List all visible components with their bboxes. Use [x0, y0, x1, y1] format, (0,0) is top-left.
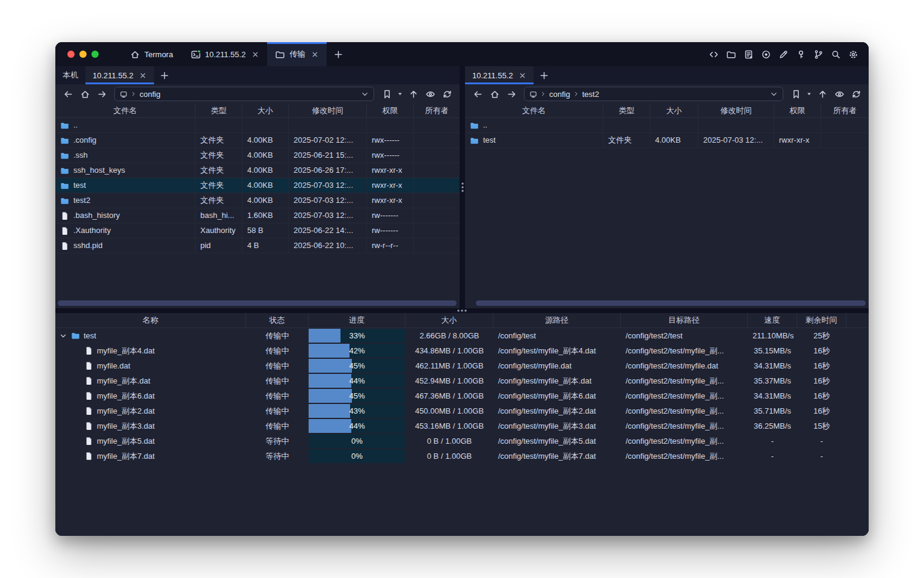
- show-hidden-button[interactable]: [422, 87, 438, 101]
- column-header-owner[interactable]: 所有者: [821, 104, 869, 117]
- bookmark-button[interactable]: [379, 87, 395, 101]
- column-header-perm[interactable]: 权限: [774, 104, 821, 117]
- tab-local-machine[interactable]: 本机: [55, 66, 85, 84]
- transfer-row-myfile_副本7.dat[interactable]: myfile_副本7.dat等待中0%0 B / 1.00GB/config/t…: [55, 449, 869, 464]
- tab-remote-host[interactable]: 10.211.55.2: [85, 66, 154, 84]
- column-header-perm[interactable]: 权限: [367, 104, 414, 117]
- column-header-mtime[interactable]: 修改时间: [289, 104, 367, 117]
- right-path-breadcrumb[interactable]: config test2: [524, 87, 783, 101]
- column-header-eta[interactable]: 剩余时间: [797, 313, 846, 328]
- home-button[interactable]: [77, 87, 93, 101]
- transfer-row-myfile_副本2.dat[interactable]: myfile_副本2.dat传输中43%450.00MB / 1.00GB/co…: [55, 403, 869, 418]
- tab-host-session[interactable]: 10.211.55.2: [183, 42, 268, 66]
- left-path-breadcrumb[interactable]: config: [114, 87, 374, 101]
- column-header-size[interactable]: 大小: [650, 104, 698, 117]
- transfer-row-test[interactable]: test传输中33%2.66GB / 8.00GB/config/test/co…: [55, 328, 869, 343]
- column-header-source-path[interactable]: 源路径: [493, 313, 621, 328]
- transfer-row-myfile_副本4.dat[interactable]: myfile_副本4.dat传输中42%434.86MB / 1.00GB/co…: [55, 343, 869, 358]
- tab-transfer[interactable]: 传输: [267, 42, 327, 66]
- refresh-button[interactable]: [848, 87, 864, 101]
- column-header-mtime[interactable]: 修改时间: [698, 104, 774, 117]
- chevron-down-icon[interactable]: [770, 90, 778, 98]
- breadcrumb-segment[interactable]: config: [549, 90, 570, 99]
- file-row-.Xauthority[interactable]: .XauthorityXauthority58 B2025-06-22 14:.…: [55, 223, 460, 238]
- chevron-down-icon[interactable]: [361, 90, 369, 98]
- close-icon[interactable]: [519, 72, 526, 79]
- bookmark-dropdown-button[interactable]: [805, 87, 813, 101]
- file-row-.bash_history[interactable]: .bash_historybash_hi...1.60KB2025-07-03 …: [55, 208, 460, 223]
- column-header-owner[interactable]: 所有者: [414, 104, 460, 117]
- log-button[interactable]: [742, 47, 754, 61]
- transfer-row-myfile_副本5.dat[interactable]: myfile_副本5.dat等待中0%0 B / 1.00GB/config/t…: [55, 434, 869, 449]
- horizontal-scrollbar[interactable]: [58, 300, 457, 306]
- pane-splitter[interactable]: [460, 66, 465, 308]
- back-button[interactable]: [470, 87, 485, 101]
- column-header-target-path[interactable]: 目标路径: [621, 313, 748, 328]
- horizontal-scrollbar[interactable]: [476, 300, 866, 306]
- record-button[interactable]: [760, 47, 772, 61]
- transfer-row-myfile_副本3.dat[interactable]: myfile_副本3.dat传输中44%453.16MB / 1.00GB/co…: [55, 418, 869, 434]
- show-hidden-button[interactable]: [831, 87, 847, 101]
- forward-button[interactable]: [94, 87, 109, 101]
- expand-chevron-icon[interactable]: [59, 332, 67, 340]
- file-row-.ssh[interactable]: .ssh文件夹4.00KB2025-06-21 15:...rwx------: [55, 148, 460, 163]
- column-header-type[interactable]: 类型: [196, 104, 242, 117]
- file-row-test[interactable]: test文件夹4.00KB2025-07-03 12:...rwxr-xr-x: [465, 133, 869, 148]
- column-header-filename[interactable]: 文件名: [55, 104, 196, 117]
- close-icon[interactable]: [139, 72, 147, 79]
- transfer-source-path: /config/test/myfile_副本2.dat: [493, 403, 621, 418]
- transfer-splitter[interactable]: [55, 308, 869, 313]
- bookmark-button[interactable]: [788, 87, 804, 101]
- tab-remote-host[interactable]: 10.211.55.2: [465, 66, 534, 84]
- transfer-row-myfile_副本6.dat[interactable]: myfile_副本6.dat传输中45%467.36MB / 1.00GB/co…: [55, 388, 869, 403]
- file-type-cell: 文件夹: [196, 148, 242, 163]
- breadcrumb-segment[interactable]: config: [140, 90, 161, 99]
- column-header-speed[interactable]: 速度: [748, 313, 797, 328]
- transfer-speed: 34.31MB/s: [748, 358, 797, 373]
- file-row-sshd.pid[interactable]: sshd.pidpid4 B2025-06-22 10:...rw-r--r--: [55, 238, 460, 253]
- file-row-test2[interactable]: test2文件夹4.00KB2025-07-03 12:...rwxr-xr-x: [55, 193, 460, 208]
- file-row-..[interactable]: ..: [465, 118, 869, 133]
- add-pane-tab-button[interactable]: [154, 66, 176, 84]
- file-row-..[interactable]: ..: [55, 118, 460, 133]
- close-window-button[interactable]: [67, 51, 75, 58]
- monitor-icon: [529, 90, 537, 98]
- column-header-name[interactable]: 名称: [55, 313, 246, 328]
- up-directory-button[interactable]: [405, 87, 421, 101]
- back-button[interactable]: [60, 87, 76, 101]
- refresh-icon: [851, 89, 861, 99]
- transfer-row-myfile_副本.dat[interactable]: myfile_副本.dat传输中44%452.94MB / 1.00GB/con…: [55, 373, 869, 388]
- column-header-filename[interactable]: 文件名: [465, 104, 603, 117]
- bookmark-dropdown-button[interactable]: [396, 87, 404, 101]
- breadcrumb-segment[interactable]: test2: [582, 90, 599, 99]
- up-directory-button[interactable]: [815, 87, 830, 101]
- home-button[interactable]: [487, 87, 502, 101]
- column-header-type[interactable]: 类型: [603, 104, 650, 117]
- sftp-button[interactable]: [725, 47, 737, 61]
- column-header-status[interactable]: 状态: [246, 313, 309, 328]
- tab-transfer-label: 传输: [289, 49, 305, 60]
- add-pane-tab-button[interactable]: [534, 66, 555, 84]
- forward-button[interactable]: [504, 87, 519, 101]
- column-header-size[interactable]: 大小: [242, 104, 289, 117]
- transfer-row-myfile.dat[interactable]: myfile.dat传输中45%462.11MB / 1.00GB/config…: [55, 358, 869, 373]
- new-tab-button[interactable]: [327, 42, 350, 66]
- column-header-size[interactable]: 大小: [405, 313, 493, 328]
- settings-button[interactable]: [847, 47, 859, 61]
- app-home-tab[interactable]: Termora: [120, 42, 183, 66]
- search-button[interactable]: [830, 47, 842, 61]
- column-header-progress[interactable]: 进度: [309, 313, 405, 328]
- file-row-test[interactable]: test文件夹4.00KB2025-07-03 12:...rwxr-xr-x: [55, 178, 460, 193]
- close-icon[interactable]: [251, 51, 259, 58]
- zoom-window-button[interactable]: [91, 51, 99, 58]
- refresh-button[interactable]: [439, 87, 455, 101]
- branch-button[interactable]: [812, 47, 824, 61]
- file-row-.config[interactable]: .config文件夹4.00KB2025-07-02 12:...rwx----…: [55, 133, 460, 148]
- file-row-ssh_host_keys[interactable]: ssh_host_keys文件夹4.00KB2025-06-26 17:...r…: [55, 163, 460, 178]
- keys-button[interactable]: [795, 47, 807, 61]
- minimize-window-button[interactable]: [79, 51, 87, 58]
- edit-button[interactable]: [777, 47, 789, 61]
- record-icon: [761, 49, 771, 60]
- code-button[interactable]: [707, 47, 719, 61]
- close-icon[interactable]: [311, 51, 319, 58]
